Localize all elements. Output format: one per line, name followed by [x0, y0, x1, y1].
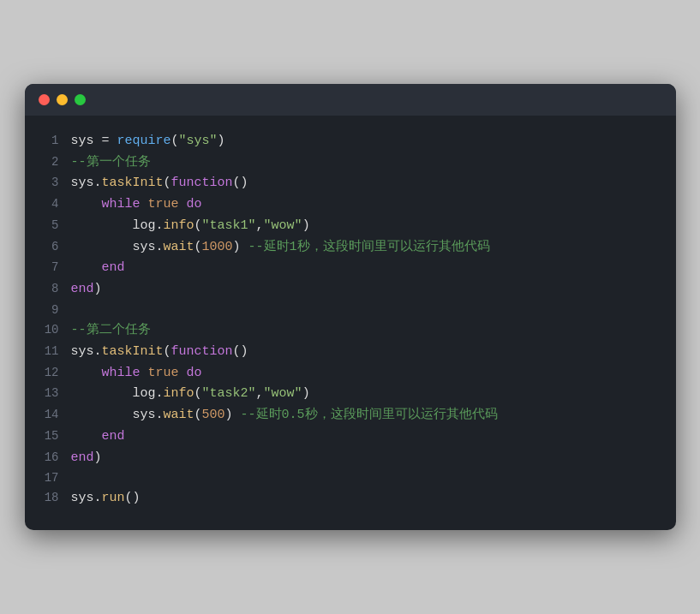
code-window: 1sys = require("sys")2--第一个任务3sys.taskIn…: [25, 84, 676, 530]
token: ): [302, 218, 310, 233]
token: run: [102, 491, 125, 505]
line-content: end: [71, 258, 125, 279]
token: true: [148, 197, 179, 212]
line-content: end: [71, 426, 125, 448]
maximize-button[interactable]: [75, 94, 86, 105]
token: .: [156, 240, 164, 254]
code-line: 16end): [35, 448, 659, 469]
code-line: 2--第一个任务: [35, 152, 659, 174]
line-content: sys.wait(500) --延时0.5秒，这段时间里可以运行其他代码: [71, 405, 498, 426]
token: "task1": [202, 218, 256, 233]
token: sys: [71, 176, 94, 190]
code-line: 3sys.taskInit(function(): [35, 173, 659, 194]
code-line: 11sys.taskInit(function(): [35, 342, 659, 363]
token: [71, 429, 102, 444]
token: sys: [71, 344, 94, 359]
token: (: [171, 134, 179, 148]
token: (: [194, 240, 202, 254]
token: [71, 240, 133, 254]
token: end: [102, 429, 125, 444]
token: ): [302, 386, 310, 401]
token: [71, 197, 102, 212]
token: [179, 366, 187, 380]
line-number: 2: [35, 152, 59, 172]
line-content: --第二个任务: [71, 320, 151, 342]
line-content: while true do: [71, 194, 202, 216]
line-number: 8: [35, 279, 59, 299]
code-line: 18sys.run(): [35, 488, 659, 510]
code-line: 5 log.info("task1","wow"): [35, 216, 659, 237]
token: sys: [71, 134, 94, 148]
token: taskInit: [102, 344, 164, 359]
token: end: [102, 260, 125, 275]
line-number: 7: [35, 258, 59, 277]
line-number: 13: [35, 384, 59, 403]
code-line: 8end): [35, 279, 659, 301]
token: log: [133, 218, 156, 233]
line-content: sys.taskInit(function(): [71, 173, 248, 194]
line-number: 16: [35, 448, 59, 468]
code-line: 14 sys.wait(500) --延时0.5秒，这段时间里可以运行其他代码: [35, 405, 659, 426]
line-content: log.info("task2","wow"): [71, 384, 310, 405]
code-line: 4 while true do: [35, 194, 659, 216]
token: =: [94, 134, 117, 148]
line-number: 15: [35, 426, 59, 446]
token: end: [71, 450, 94, 465]
token: [141, 366, 148, 380]
token: "task2": [202, 386, 256, 401]
token: [179, 197, 187, 212]
line-number: 10: [35, 320, 59, 340]
token: (): [125, 491, 141, 505]
token: --延时0.5秒，这段时间里可以运行其他代码: [233, 408, 498, 422]
token: ): [94, 282, 102, 296]
line-number: 17: [35, 468, 59, 488]
code-line: 12 while true do: [35, 363, 659, 384]
line-number: 5: [35, 216, 59, 235]
line-content: sys.run(): [71, 488, 141, 510]
code-line: 15 end: [35, 426, 659, 448]
token: (: [194, 408, 202, 422]
token: --第二个任务: [71, 323, 151, 337]
line-content: end): [71, 448, 102, 469]
minimize-button[interactable]: [57, 94, 68, 105]
token: true: [148, 366, 179, 380]
token: require: [117, 134, 171, 148]
token: sys: [71, 491, 94, 505]
token: .: [156, 386, 164, 401]
token: [71, 408, 133, 422]
token: [71, 366, 102, 380]
line-content: sys.taskInit(function(): [71, 342, 248, 363]
token: wait: [164, 408, 194, 422]
token: [141, 197, 148, 212]
token: --延时1秒，这段时间里可以运行其他代码: [241, 240, 490, 254]
token: ): [233, 240, 241, 254]
line-number: 6: [35, 237, 59, 257]
close-button[interactable]: [39, 94, 50, 105]
line-number: 11: [35, 342, 59, 361]
code-line: 13 log.info("task2","wow"): [35, 384, 659, 405]
token: [71, 386, 133, 401]
code-line: 7 end: [35, 258, 659, 279]
token: 500: [202, 408, 225, 422]
token: "wow": [264, 218, 302, 233]
token: .: [156, 218, 164, 233]
token: ): [94, 450, 102, 465]
token: do: [187, 366, 202, 380]
token: (: [164, 176, 171, 190]
token: (): [233, 176, 248, 190]
code-line: 1sys = require("sys"): [35, 131, 659, 152]
token: function: [171, 176, 233, 190]
token: (: [194, 218, 202, 233]
token: function: [171, 344, 233, 359]
line-content: end): [71, 279, 102, 301]
token: (: [194, 386, 202, 401]
line-content: log.info("task1","wow"): [71, 216, 310, 237]
token: ): [218, 134, 225, 148]
line-number: 14: [35, 405, 59, 425]
line-number: 1: [35, 131, 59, 151]
line-number: 4: [35, 194, 59, 214]
token: [71, 218, 133, 233]
code-line: 10--第二个任务: [35, 320, 659, 342]
token: sys: [133, 408, 156, 422]
token: info: [164, 386, 194, 401]
